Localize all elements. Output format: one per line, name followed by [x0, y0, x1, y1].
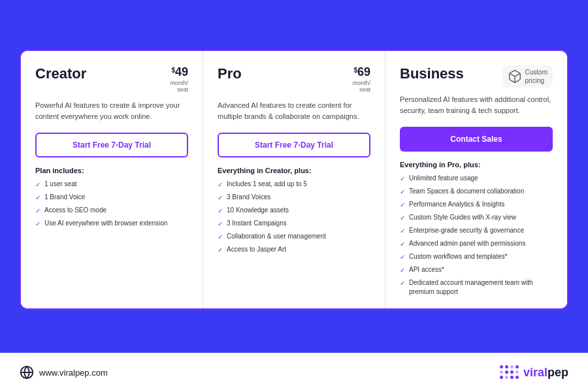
- pep-text: pep: [547, 366, 568, 379]
- viralpep-logo: viralpep: [500, 365, 568, 380]
- dot: [505, 365, 508, 368]
- check-icon: ✓: [35, 193, 41, 203]
- creator-price-number: 49: [175, 65, 188, 78]
- list-item: ✓Access to SEO mode: [35, 206, 188, 216]
- pro-description: Advanced AI features to create content f…: [218, 100, 370, 123]
- check-icon: ✓: [400, 253, 405, 262]
- dot: [505, 376, 508, 379]
- list-item: ✓1 Brand Voice: [35, 193, 188, 203]
- list-item: ✓3 Instant Campaigns: [218, 219, 370, 229]
- check-icon: ✓: [218, 206, 223, 216]
- creator-card: Creator $49 month/seat Powerful AI featu…: [21, 51, 203, 308]
- list-item: ✓Advanced admin panel with permissions: [400, 239, 553, 249]
- main-area: Creator $49 month/seat Powerful AI featu…: [0, 0, 588, 353]
- dot: [515, 370, 519, 374]
- pro-includes-label: Everything in Creator, plus:: [218, 167, 370, 174]
- viralpep-dots-icon: [500, 365, 519, 380]
- dot: [510, 365, 514, 368]
- custom-pricing-label: Custompricing: [525, 68, 547, 85]
- check-icon: ✓: [35, 206, 41, 216]
- creator-price-period: month/seat: [170, 80, 188, 94]
- business-cta-button[interactable]: Contact Sales: [400, 127, 553, 152]
- pro-price-amount: $69: [352, 65, 370, 80]
- check-icon: ✓: [400, 214, 405, 223]
- pro-plan-name: Pro: [218, 65, 242, 82]
- viral-text: viral: [523, 366, 547, 379]
- list-item: ✓API access*: [400, 265, 553, 275]
- list-item: ✓Custom workflows and templates*: [400, 252, 553, 262]
- check-icon: ✓: [218, 220, 223, 229]
- business-plan-name: Business: [400, 65, 464, 82]
- dot: [505, 370, 508, 374]
- list-item: ✓Collaboration & user management: [218, 232, 370, 242]
- list-item: ✓Includes 1 seat, add up to 5: [218, 180, 370, 189]
- list-item: ✓Enterprise-grade security & governance: [400, 226, 553, 236]
- viralpep-brand-text: viralpep: [523, 366, 568, 380]
- dot: [500, 370, 503, 374]
- check-icon: ✓: [400, 279, 405, 288]
- check-icon: ✓: [400, 188, 405, 197]
- list-item: ✓Custom Style Guides with X-ray view: [400, 213, 553, 223]
- creator-cta-button[interactable]: Start Free 7-Day Trial: [35, 133, 188, 157]
- check-icon: ✓: [400, 174, 405, 184]
- custom-pricing-badge: Custompricing: [502, 65, 553, 88]
- dot: [500, 365, 503, 368]
- footer-bar: www.viralpep.com viralpep: [0, 353, 588, 392]
- creator-price-amount: $49: [170, 65, 188, 80]
- check-icon: ✓: [400, 201, 405, 210]
- creator-features-list: ✓1 user seat ✓1 Brand Voice ✓Access to S…: [35, 180, 188, 229]
- list-item: ✓Team Spaces & document collaboration: [400, 187, 553, 197]
- check-icon: ✓: [35, 180, 41, 189]
- creator-card-header: Creator $49 month/seat: [35, 65, 188, 93]
- list-item: ✓Use AI everywhere with browser extensio…: [35, 219, 188, 229]
- box-icon: [508, 69, 522, 84]
- pro-card-header: Pro $69 month/seat: [218, 65, 370, 93]
- pricing-cards-container: Creator $49 month/seat Powerful AI featu…: [20, 50, 568, 310]
- list-item: ✓Performance Analytics & Insights: [400, 200, 553, 210]
- check-icon: ✓: [218, 246, 223, 255]
- dot: [510, 376, 514, 379]
- list-item: ✓1 user seat: [35, 180, 188, 189]
- pro-price-period: month/seat: [352, 80, 370, 94]
- creator-description: Powerful AI features to create & improve…: [35, 100, 188, 123]
- creator-includes-label: Plan includes:: [35, 167, 188, 174]
- check-icon: ✓: [218, 193, 223, 203]
- website-url: www.viralpep.com: [39, 368, 108, 378]
- pro-card: Pro $69 month/seat Advanced AI features …: [203, 51, 385, 308]
- dot: [500, 376, 503, 379]
- creator-price-block: $49 month/seat: [170, 65, 188, 93]
- check-icon: ✓: [218, 180, 223, 189]
- check-icon: ✓: [35, 220, 41, 229]
- business-includes-label: Everything in Pro, plus:: [400, 161, 553, 169]
- list-item: ✓Access to Jasper Art: [218, 245, 370, 255]
- dot: [515, 376, 519, 379]
- list-item: ✓10 Knowledge assets: [218, 206, 370, 216]
- pro-price-block: $69 month/seat: [352, 65, 370, 93]
- business-description: Personalized AI features with additional…: [400, 94, 553, 118]
- business-card-header: Business Custompricing: [400, 65, 553, 88]
- check-icon: ✓: [400, 240, 405, 249]
- check-icon: ✓: [218, 233, 223, 242]
- pro-cta-button[interactable]: Start Free 7-Day Trial: [218, 133, 370, 157]
- footer-website: www.viralpep.com: [20, 365, 108, 380]
- list-item: ✓Dedicated account management team with …: [400, 278, 553, 297]
- creator-plan-name: Creator: [35, 65, 86, 82]
- list-item: ✓Unlimited feature usage: [400, 174, 553, 184]
- check-icon: ✓: [400, 227, 405, 236]
- dot: [515, 365, 519, 368]
- pro-price-number: 69: [357, 65, 370, 78]
- check-icon: ✓: [400, 266, 405, 275]
- pro-features-list: ✓Includes 1 seat, add up to 5 ✓3 Brand V…: [218, 180, 370, 255]
- business-card: Business Custompricing Personalized AI f…: [385, 51, 567, 308]
- dot: [510, 370, 514, 374]
- list-item: ✓3 Brand Voices: [218, 193, 370, 203]
- globe-icon: [20, 365, 34, 380]
- business-features-list: ✓Unlimited feature usage ✓Team Spaces & …: [400, 174, 553, 297]
